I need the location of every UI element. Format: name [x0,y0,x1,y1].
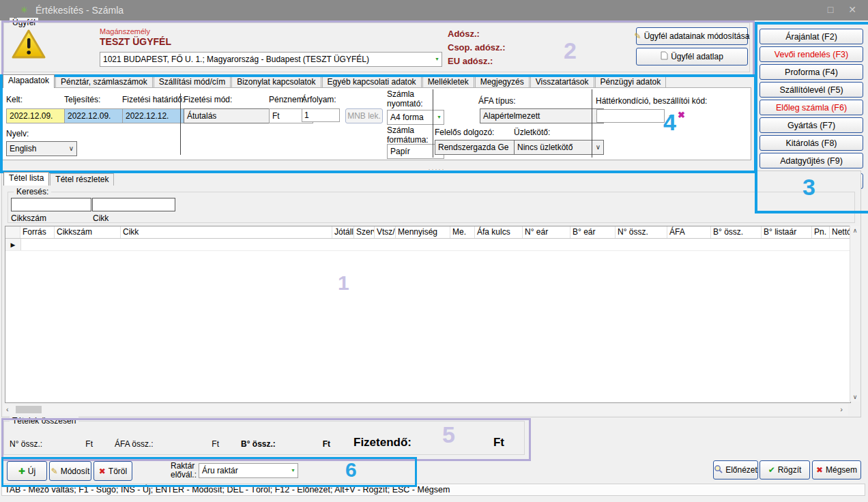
penznem-label: Pénznem: [269,95,306,104]
sidebar-button-proforma[interactable]: Proforma (F4) [760,64,863,80]
search-cikkszam-input[interactable] [11,198,91,211]
tax-number-label: Adósz.: [448,29,480,39]
eu-tax-number-label: EU adósz.: [448,56,493,66]
scroll-up-icon[interactable]: ∧ [850,227,860,234]
items-table: Forrás Cikkszám Cikk Jótállás Szerv Vtsz… [5,226,851,403]
scroll-down-icon[interactable]: ∨ [850,394,860,400]
sidebar-button-eloleg-szamla[interactable]: Előleg számla (F6) [760,100,863,115]
tab-bizonylat-kapcsolatok[interactable]: Bizonylat kapcsolatok [231,76,321,88]
header-cikkszam[interactable]: Cikkszám [55,226,121,238]
uzletkoto-select[interactable]: Nincs üzletkötő∨ [514,140,604,155]
edit-icon: ✎ [635,32,641,40]
cancel-icon: ✖ [816,466,823,474]
warehouse-select[interactable]: Áru raktár ▼ [199,463,298,478]
dropdown-arrow-icon: ▼ [291,468,295,473]
nyelv-select[interactable]: English∨ [6,141,77,156]
header-mennyiseg[interactable]: Mennyiség [396,226,450,238]
sidebar-button-kitarolas[interactable]: Kitárolás (F8) [760,135,863,151]
customer-address-select[interactable]: 1021 BUDAPEST, FŐ U. 1.; Magyarország - … [100,52,442,67]
header-pn[interactable]: Pn. [812,226,830,238]
tab-penztar-szamlaszamok[interactable]: Pénztár, számlaszámok [55,76,153,88]
items-tabs: Tétel lista Tétel részletek [3,173,115,186]
header-afa-kulcs[interactable]: Áfa kulcs [475,226,523,238]
gross-total-label: B° össz.: [241,439,276,449]
search-cikk-label: Cikk [93,213,108,223]
header-brutto-ear[interactable]: B° eár [570,226,616,238]
header-netto-ossz[interactable]: N° össz. [616,226,667,238]
arfolyam-label: Árfolyam: [302,95,336,104]
form-separator [180,93,181,155]
sidebar-button-adatgyujtes[interactable]: Adatgyűjtés (F9) [760,153,863,168]
dropdown-arrow-icon: ▼ [668,114,673,119]
scroll-right-icon[interactable]: › [840,405,843,413]
new-item-button[interactable]: ✚ Új [7,461,47,481]
save-button[interactable]: ✔ Rögzít [760,460,810,479]
tab-mellekletek[interactable]: Mellékletek [422,76,474,88]
preview-button[interactable]: Előnézet [713,460,758,479]
mnb-lekerdezes-button[interactable]: MNB lek. [345,108,383,123]
search-group-label: Keresés: [14,187,51,196]
fizetesi-hatarido-date-field[interactable]: 2022.12.12.▼ [122,108,193,123]
tab-tetel-lista[interactable]: Tétel lista [3,172,49,186]
szamla-nyomtato-select[interactable]: A4 forma▼ [387,110,444,125]
status-bar: TAB - Mező váltás; F1 - Súgó; INS - Új; … [1,484,865,496]
net-total-label: N° össz.: [10,439,42,449]
app-icon: ✳ [20,5,28,15]
header-cikk[interactable]: Cikk [121,226,332,238]
szamla-nyomtato-label: Számla nyomtató: [387,89,423,108]
form-separator [433,89,433,158]
customer-modify-button[interactable]: ✎ Ügyfél adatainak módosítása [636,27,748,45]
fizetesi-mod-select[interactable]: Átutalás∨ [184,108,280,123]
scroll-left-icon[interactable]: ‹ [6,405,9,413]
header-szerv[interactable]: Szerv [354,226,375,238]
maximize-icon[interactable]: □ [823,4,838,15]
vertical-scrollbar[interactable]: ∧ ∨ [850,226,860,402]
header-afa[interactable]: ÁFA [667,226,711,238]
header-forras[interactable]: Forrás [20,226,55,238]
customer-type: Magánszemély [100,27,150,35]
tab-szallitasi-mod-cim[interactable]: Szállítási mód/cím [154,76,231,88]
header-jotallas[interactable]: Jótállás [332,226,354,238]
header-brutto-ossz[interactable]: B° össz. [711,226,762,238]
sidebar-button-arajanlat[interactable]: Árajánlat (F2) [760,29,863,44]
sidebar-button-gyartas[interactable]: Gyártás (F7) [760,117,863,133]
chevron-down-icon: ∨ [596,143,601,151]
tab-alapadatok[interactable]: Alapadatok [3,74,55,88]
header-brutto-listaar[interactable]: B° listaár [762,226,812,238]
payable-label: Fizetendő: [353,436,411,449]
search-group: Keresés: Cikkszám Cikk [8,192,855,223]
cancel-button[interactable]: ✖ Mégsem [812,460,861,479]
afa-tipus-label: ÁFA típus: [478,96,516,106]
vat-total-label: ÁFA össz.: [115,439,154,449]
warning-icon [11,29,46,62]
sidebar-button-vevoi-rendeles[interactable]: Vevői rendelés (F3) [760,46,863,62]
felelos-dolgozo-select[interactable]: Rendszergazda Ge∨ [435,140,523,155]
afa-tipus-select[interactable]: Alapértelmezett∨ [480,108,604,123]
clear-icon[interactable]: ✖ [678,111,685,119]
close-icon[interactable]: ✕ [845,4,860,15]
tab-penzugyi-adatok[interactable]: Pénzügyi adatok [595,76,667,88]
gross-total-currency: Ft [306,439,330,449]
header-me[interactable]: Me. [450,226,475,238]
tab-megjegyzes[interactable]: Megjegyzés [475,76,530,88]
tab-tetel-reszletek[interactable]: Tétel részletek [50,173,114,186]
horizontal-scrollbar[interactable]: ‹ › [3,404,848,415]
tab-egyeb-kapcsolati-adatok[interactable]: Egyéb kapcsolati adatok [322,76,422,88]
tab-visszatartasok[interactable]: Visszatartások [530,76,594,88]
header-netto-ear[interactable]: N° eár [523,226,570,238]
table-row[interactable]: ▶ [5,239,850,251]
modify-item-button[interactable]: ✎ Módosít [49,461,91,481]
delete-item-button[interactable]: ✖ Töröl [93,461,132,481]
arfolyam-input[interactable] [302,108,340,122]
status-text: TAB - Mező váltás; F1 - Súgó; INS - Új; … [5,485,450,494]
hatterkondicio-input[interactable] [596,109,665,123]
scrollbar-thumb[interactable] [16,406,42,413]
customer-datasheet-button[interactable]: Ügyfél adatlap [636,48,748,65]
header-netto[interactable]: Nettó [830,226,851,238]
uzletkoto-label: Üzletkötő: [514,128,550,137]
sidebar-button-szallitolevel[interactable]: Szállítólevél (F5) [760,82,863,98]
header-vtsz[interactable]: Vtsz/S [375,226,396,238]
delete-icon: ✖ [99,467,106,475]
search-cikk-input[interactable] [92,198,175,211]
totals-panel: Tételek összesen N° össz.: Ft ÁFA össz.:… [3,421,525,455]
